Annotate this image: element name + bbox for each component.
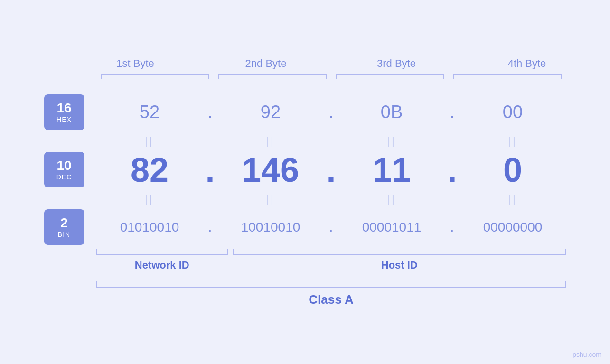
dec-badge: 10 DEC	[44, 152, 84, 187]
eq-3: ||	[338, 135, 445, 147]
hex-values: 52 . 92 . 0B . 00	[96, 102, 566, 122]
hex-badge-label: HEX	[56, 116, 72, 123]
network-bracket	[96, 249, 228, 255]
id-labels: Network ID Host ID	[96, 259, 566, 271]
byte-label-3: 3rd Byte	[331, 57, 462, 74]
class-bracket	[96, 281, 566, 288]
hex-byte-3: 0B	[338, 102, 445, 122]
watermark: ipshu.com	[571, 351, 601, 358]
hex-row: 16 HEX 52 . 92 . 0B . 00	[44, 93, 566, 131]
bin-dot-2: .	[324, 220, 338, 235]
bin-dot-1: .	[203, 220, 217, 235]
dec-dot-2: .	[324, 150, 338, 189]
dec-byte-2: 146	[217, 150, 324, 189]
hex-dot-3: .	[445, 102, 460, 122]
eq-1: ||	[96, 135, 203, 147]
dec-byte-4: 0	[460, 150, 566, 189]
eq-5: ||	[96, 193, 203, 205]
hex-byte-4: 00	[460, 102, 566, 122]
top-bracket-3	[336, 74, 444, 79]
hex-dot-1: .	[203, 102, 217, 122]
dec-byte-1: 82	[96, 150, 203, 189]
eq-7: ||	[338, 193, 445, 205]
bin-badge-num: 2	[60, 216, 68, 231]
top-bracket-1	[101, 74, 209, 79]
byte-labels-row: 1st Byte 2nd Byte 3rd Byte 4th Byte	[70, 57, 592, 74]
bin-row: 2 BIN 01010010 . 10010010 . 00001011 . 0…	[44, 208, 566, 246]
bin-byte-4: 00000000	[460, 220, 566, 235]
top-bracket-2	[218, 74, 327, 79]
class-label: Class A	[96, 292, 566, 307]
bin-byte-3: 00001011	[338, 220, 445, 235]
hex-byte-1: 52	[96, 102, 203, 122]
byte-label-4: 4th Byte	[462, 57, 592, 74]
bin-byte-2: 10010010	[217, 220, 324, 235]
hex-badge-num: 16	[56, 101, 71, 116]
network-id-label: Network ID	[96, 259, 228, 271]
byte-label-2: 2nd Byte	[201, 57, 331, 74]
bin-badge: 2 BIN	[44, 209, 84, 245]
eq-4: ||	[460, 135, 566, 147]
dec-values: 82 . 146 . 11 . 0	[96, 150, 566, 189]
host-bracket	[233, 249, 566, 255]
dec-byte-3: 11	[338, 150, 445, 189]
bottom-bracket	[96, 249, 566, 255]
top-bracket	[96, 74, 566, 79]
bin-dot-3: .	[445, 220, 460, 235]
bin-values: 01010010 . 10010010 . 00001011 . 0000000…	[96, 220, 566, 235]
eq-2: ||	[217, 135, 324, 147]
bin-byte-1: 01010010	[96, 220, 203, 235]
bottom-section: Network ID Host ID	[96, 249, 566, 271]
hex-byte-2: 92	[217, 102, 324, 122]
top-bracket-4	[453, 74, 562, 79]
hex-badge: 16 HEX	[44, 94, 84, 130]
eq-8: ||	[460, 193, 566, 205]
class-section: Class A	[96, 281, 566, 307]
eq-6: ||	[217, 193, 324, 205]
byte-label-1: 1st Byte	[70, 57, 201, 74]
host-id-label: Host ID	[233, 259, 566, 271]
dec-dot-3: .	[445, 150, 460, 189]
main-container: 1st Byte 2nd Byte 3rd Byte 4th Byte 16 H…	[44, 57, 566, 307]
equals-row-2: || || || ||	[96, 189, 566, 208]
dec-row: 10 DEC 82 . 146 . 11 . 0	[44, 150, 566, 189]
bin-badge-label: BIN	[58, 231, 70, 238]
dec-badge-num: 10	[56, 159, 71, 173]
hex-dot-2: .	[324, 102, 338, 122]
dec-dot-1: .	[203, 150, 217, 189]
equals-row-1: || || || ||	[96, 131, 566, 150]
dec-badge-label: DEC	[56, 173, 72, 181]
